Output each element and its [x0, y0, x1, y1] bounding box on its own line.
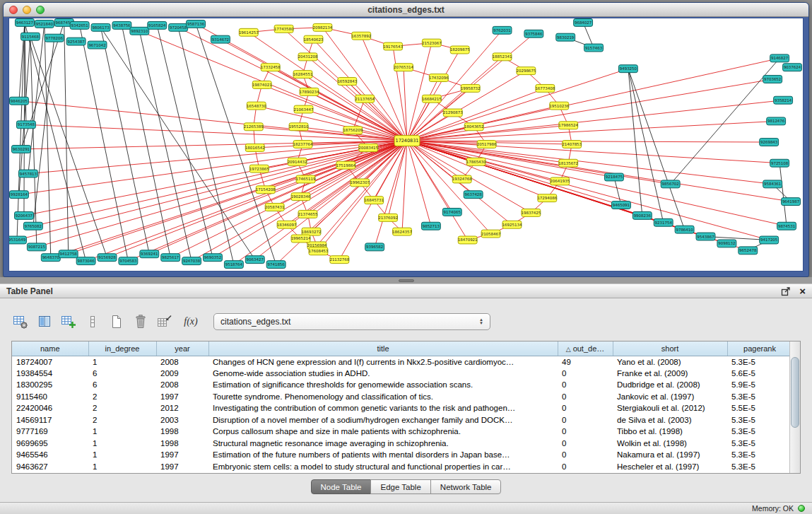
narrow-table-icon[interactable] — [83, 313, 102, 331]
column-header-in-degree[interactable]: in_degree — [88, 341, 156, 356]
cell-name[interactable]: 9699695 — [12, 438, 88, 450]
cell-pagerank[interactable]: 5.6E-5 — [727, 368, 792, 380]
table-scrollbar-thumb[interactable] — [791, 357, 799, 428]
cell-name[interactable]: 9465546 — [12, 449, 88, 461]
column-header-short[interactable]: short — [613, 341, 727, 356]
cell-year[interactable]: 1997 — [156, 449, 208, 461]
table-row[interactable]: 1456911722003Disruption of a novel membe… — [12, 414, 792, 426]
tab-node-table[interactable]: Node Table — [311, 479, 372, 494]
function-builder-icon[interactable]: f(x) — [180, 313, 198, 331]
cell-in-degree[interactable]: 2 — [88, 391, 156, 403]
cell-out-de-[interactable]: 0 — [558, 391, 613, 403]
cell-name[interactable]: 9777169 — [12, 426, 88, 438]
cell-year[interactable]: 2008 — [156, 356, 208, 368]
cell-pagerank[interactable]: 5.3E-5 — [727, 356, 792, 368]
cell-name[interactable]: 18300295 — [12, 379, 88, 391]
tab-edge-table[interactable]: Edge Table — [370, 479, 430, 494]
cell-name[interactable]: 9115460 — [12, 391, 88, 403]
cell-out-de-[interactable]: 0 — [558, 461, 613, 473]
cell-in-degree[interactable]: 2 — [88, 402, 156, 414]
cell-pagerank[interactable]: 5.3E-5 — [727, 426, 792, 438]
cell-short[interactable]: Tibbo et al. (1998) — [613, 426, 727, 438]
divider-grip-icon[interactable] — [399, 279, 414, 282]
cell-short[interactable]: Wolkin et al. (1998) — [613, 438, 727, 450]
cell-title[interactable]: Structural magnetic resonance image aver… — [208, 438, 558, 450]
table-row[interactable]: 969969511998Structural magnetic resonanc… — [12, 438, 792, 450]
cell-in-degree[interactable]: 1 — [88, 426, 156, 438]
cell-pagerank[interactable]: 5.3E-5 — [727, 461, 792, 473]
cell-in-degree[interactable]: 1 — [88, 449, 156, 461]
cell-pagerank[interactable]: 5.3E-5 — [727, 449, 792, 461]
network-window-titlebar[interactable]: citations_edges.txt — [4, 3, 808, 17]
cell-pagerank[interactable]: 5.5E-5 — [727, 402, 792, 414]
cell-in-degree[interactable]: 1 — [88, 438, 156, 450]
column-header-year[interactable]: year — [156, 341, 208, 356]
network-graph[interactable]: 1724083118540623204312081628455117890234… — [9, 18, 803, 271]
cell-year[interactable]: 2012 — [156, 402, 208, 414]
table-selector[interactable]: citations_edges.txt ▲▼ — [213, 313, 490, 330]
cell-out-de-[interactable]: 0 — [558, 414, 613, 426]
cell-year[interactable]: 2009 — [156, 368, 208, 380]
cell-name[interactable]: 19384554 — [12, 368, 88, 380]
delete-column-icon[interactable] — [131, 313, 150, 331]
table-row[interactable]: 1830029562008Estimation of significance … — [12, 379, 792, 391]
cell-pagerank[interactable]: 5.9E-5 — [727, 379, 792, 391]
cell-out-de-[interactable]: 0 — [558, 438, 613, 450]
cell-short[interactable]: Hescheler et al. (1997) — [613, 461, 727, 473]
table-row[interactable]: 946362711997Embryonic stem cells: a mode… — [12, 461, 792, 473]
close-panel-icon[interactable]: × — [799, 286, 806, 296]
show-columns-icon[interactable] — [35, 313, 54, 331]
table-row[interactable]: 977716911998Corpus callosum shape and si… — [12, 426, 792, 438]
cell-in-degree[interactable]: 1 — [88, 356, 156, 368]
cell-out-de-[interactable]: 0 — [558, 449, 613, 461]
cell-year[interactable]: 1998 — [156, 438, 208, 450]
cell-short[interactable]: Stergiakouli et al. (2012) — [613, 402, 727, 414]
cell-year[interactable]: 2008 — [156, 379, 208, 391]
table-row[interactable]: 946554611997Estimation of the future num… — [12, 449, 792, 461]
cell-in-degree[interactable]: 1 — [88, 461, 156, 473]
cell-title[interactable]: Disruption of a novel member of a sodium… — [208, 414, 558, 426]
cell-pagerank[interactable]: 5.3E-5 — [727, 414, 792, 426]
cell-year[interactable]: 1997 — [156, 391, 208, 403]
cell-title[interactable]: Tourette syndrome. Phenomenology and cla… — [208, 391, 558, 403]
close-window-button[interactable] — [9, 6, 18, 14]
column-header-out-de-[interactable]: △out_de… — [558, 341, 613, 356]
table-scrollbar[interactable] — [789, 341, 800, 473]
table-row[interactable]: 2242004622012Investigating the contribut… — [12, 402, 792, 414]
cell-in-degree[interactable]: 6 — [88, 368, 156, 380]
cell-year[interactable]: 2003 — [156, 414, 208, 426]
cell-out-de-[interactable]: 0 — [558, 368, 613, 380]
cell-in-degree[interactable]: 6 — [88, 379, 156, 391]
cell-out-de-[interactable]: 0 — [558, 426, 613, 438]
panel-divider[interactable] — [0, 277, 812, 284]
cell-out-de-[interactable]: 49 — [558, 356, 613, 368]
cell-title[interactable]: Estimation of the future numbers of pati… — [208, 449, 558, 461]
float-panel-icon[interactable] — [781, 286, 791, 296]
cell-short[interactable]: Dudbridge et al. (2008) — [613, 379, 727, 391]
cell-short[interactable]: Franke et al. (2009) — [613, 368, 727, 380]
cell-title[interactable]: Embryonic stem cells: a model to study s… — [208, 461, 558, 473]
table-row[interactable]: 1938455462009Genome-wide association stu… — [12, 368, 792, 380]
cell-pagerank[interactable]: 5.3E-5 — [727, 438, 792, 450]
cell-year[interactable]: 1998 — [156, 426, 208, 438]
cell-name[interactable]: 22420046 — [12, 402, 88, 414]
cell-in-degree[interactable]: 2 — [88, 414, 156, 426]
cell-short[interactable]: Nakamura et al. (1997) — [613, 449, 727, 461]
column-header-pagerank[interactable]: pagerank — [727, 341, 792, 356]
cell-out-de-[interactable]: 0 — [558, 402, 613, 414]
cell-year[interactable]: 1997 — [156, 461, 208, 473]
table-mode-icon[interactable] — [11, 313, 30, 331]
cell-name[interactable]: 9463627 — [12, 461, 88, 473]
minimize-window-button[interactable] — [23, 6, 31, 14]
cell-short[interactable]: Jankovic et al. (1997) — [613, 391, 727, 403]
column-header-name[interactable]: name — [12, 341, 88, 356]
cell-name[interactable]: 18724007 — [12, 356, 88, 368]
column-header-title[interactable]: title — [208, 341, 558, 356]
network-canvas[interactable]: 1724083118540623204312081628455117890234… — [8, 18, 804, 271]
cell-name[interactable]: 14569117 — [12, 414, 88, 426]
table-row[interactable]: 1872400712008Changes of HCN gene express… — [12, 356, 792, 368]
cell-short[interactable]: de Silva et al. (2003) — [613, 414, 727, 426]
import-table-icon[interactable] — [155, 313, 174, 331]
add-column-icon[interactable] — [59, 313, 78, 331]
cell-title[interactable]: Corpus callosum shape and size in male p… — [208, 426, 558, 438]
